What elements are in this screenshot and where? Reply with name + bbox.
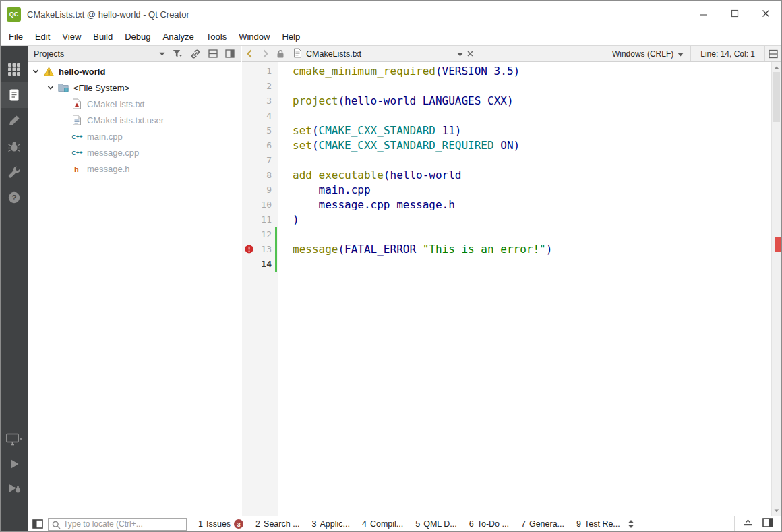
menu-file[interactable]: File: [3, 28, 29, 45]
menu-window[interactable]: Window: [233, 28, 276, 45]
gutter-line-10[interactable]: 10: [242, 198, 278, 212]
output-pane-number: 3: [312, 519, 317, 529]
gutter-line-6[interactable]: 6: [242, 138, 278, 153]
progress-details-icon[interactable]: [743, 518, 753, 530]
gutter-line-14[interactable]: 14: [242, 257, 278, 272]
toggle-left-sidebar-icon[interactable]: [32, 519, 43, 529]
gutter-line-11[interactable]: 11: [242, 212, 278, 227]
projects-panel-toolbar: [159, 49, 236, 59]
gutter-line-9[interactable]: 9: [242, 183, 278, 198]
svg-text:h: h: [74, 165, 79, 173]
gutter-line-1[interactable]: 1: [242, 64, 278, 79]
run-button[interactable]: [1, 452, 28, 476]
scroll-down-icon[interactable]: [772, 506, 781, 515]
debug-run-button[interactable]: [1, 476, 28, 500]
back-icon[interactable]: [242, 49, 258, 58]
tree-item-cmakelists-txt-user[interactable]: CMakeLists.txt.user: [28, 112, 241, 128]
tree-item-message-h[interactable]: hmessage.h: [28, 160, 241, 177]
user-file-icon: [71, 115, 83, 125]
svg-text:C++: C++: [71, 150, 82, 156]
chevron-down-icon[interactable]: [32, 67, 40, 76]
toggle-right-sidebar-icon[interactable]: [762, 518, 773, 530]
code-text: ): [278, 212, 299, 227]
scroll-up-icon[interactable]: [772, 63, 781, 72]
gutter-line-2[interactable]: 2: [242, 79, 278, 94]
output-pane-issues[interactable]: 1Issues3: [192, 516, 249, 532]
output-pane-compil[interactable]: 4Compil...: [356, 516, 409, 532]
menu-edit[interactable]: Edit: [29, 28, 56, 45]
output-pane-label: Genera...: [529, 519, 564, 529]
menu-help[interactable]: Help: [276, 28, 306, 45]
menu-debug[interactable]: Debug: [119, 28, 156, 45]
code-lines: 1cmake_minimum_required(VERSION 3.5)23pr…: [242, 62, 771, 272]
sync-with-editor-icon[interactable]: [190, 49, 201, 59]
projects-mode-button[interactable]: [1, 159, 28, 185]
tree-item-main-cpp[interactable]: C++main.cpp: [28, 128, 241, 144]
line-number: 4: [242, 109, 278, 123]
line-number: 8: [242, 168, 278, 183]
tree-item-hello-world[interactable]: hello-world: [28, 63, 241, 80]
debug-mode-button[interactable]: [1, 134, 28, 159]
kit-selector-button[interactable]: [1, 427, 28, 452]
output-pane-search[interactable]: 2Search ...: [249, 516, 305, 532]
gutter-line-7[interactable]: 7: [242, 153, 278, 168]
status-bar-right: [734, 516, 781, 531]
output-pane-arrows-icon[interactable]: [628, 519, 634, 529]
filter-icon[interactable]: [173, 49, 183, 58]
split-editor-icon[interactable]: [764, 46, 781, 61]
document-selector[interactable]: CMakeLists.txt: [293, 46, 463, 61]
output-pane-number: 5: [415, 519, 420, 529]
menu-build[interactable]: Build: [87, 28, 119, 45]
welcome-mode-button[interactable]: [1, 57, 28, 82]
projects-icon: [7, 165, 21, 179]
gutter-line-4[interactable]: 4: [242, 109, 278, 123]
menu-view[interactable]: View: [56, 28, 87, 45]
output-pane-applic[interactable]: 3Applic...: [306, 516, 356, 532]
maximize-button[interactable]: [719, 1, 750, 28]
output-pane-number: 7: [521, 519, 526, 529]
output-pane-qml-d[interactable]: 5QML D...: [409, 516, 463, 532]
locator-input[interactable]: [49, 519, 186, 530]
code-line-9: 9 main.cpp: [242, 183, 771, 198]
pane-dropdown-icon[interactable]: [159, 52, 165, 56]
output-pane-to-do[interactable]: 6To-Do ...: [463, 516, 515, 532]
close-button[interactable]: [750, 1, 781, 28]
line-number: 3: [242, 94, 278, 109]
output-pane-test-re[interactable]: 9Test Re...: [570, 516, 626, 532]
gutter-line-3[interactable]: 3: [242, 94, 278, 109]
minimize-button[interactable]: [688, 1, 719, 28]
output-pane-label: Test Re...: [584, 519, 620, 529]
code-text: [278, 257, 293, 272]
output-pane-label: Compil...: [370, 519, 403, 529]
edit-mode-button[interactable]: [1, 82, 28, 108]
line-number: 12: [242, 227, 278, 242]
scrollbar-thumb[interactable]: [773, 72, 780, 122]
code-editor[interactable]: 1cmake_minimum_required(VERSION 3.5)23pr…: [242, 62, 781, 516]
maximize-icon: [731, 8, 739, 20]
close-panel-icon[interactable]: [225, 49, 235, 58]
tree-item-message-cpp[interactable]: C++message.cpp: [28, 144, 241, 160]
help-mode-button[interactable]: ?: [1, 185, 28, 210]
close-document-icon[interactable]: [463, 50, 477, 57]
output-pane-genera[interactable]: 7Genera...: [515, 516, 570, 532]
gutter-line-12[interactable]: 12: [242, 227, 278, 242]
close-icon: [762, 8, 770, 20]
code-text: message.cpp message.h: [278, 198, 455, 212]
error-icon: [245, 245, 253, 254]
gutter-line-5[interactable]: 5: [242, 123, 278, 138]
forward-icon[interactable]: [258, 49, 273, 58]
gutter-line-13[interactable]: 13: [242, 242, 278, 257]
tree-item-cmakelists-txt[interactable]: CMakeLists.txt: [28, 96, 241, 112]
chevron-down-icon[interactable]: [47, 84, 55, 92]
design-mode-button[interactable]: [1, 108, 28, 134]
menu-tools[interactable]: Tools: [200, 28, 233, 45]
tree-item-file-system[interactable]: <File System>: [28, 80, 241, 96]
code-text: [278, 227, 293, 242]
editor-area: CMakeLists.txt Windows (CRLF) Line: 14, …: [242, 46, 781, 516]
gutter-line-8[interactable]: 8: [242, 168, 278, 183]
error-annotation-mark[interactable]: [775, 237, 781, 252]
split-panel-icon[interactable]: [208, 49, 218, 58]
editor-scrollbar[interactable]: [771, 62, 781, 516]
menu-analyze[interactable]: Analyze: [157, 28, 200, 45]
line-ending-selector[interactable]: Windows (CRLF): [605, 49, 690, 59]
